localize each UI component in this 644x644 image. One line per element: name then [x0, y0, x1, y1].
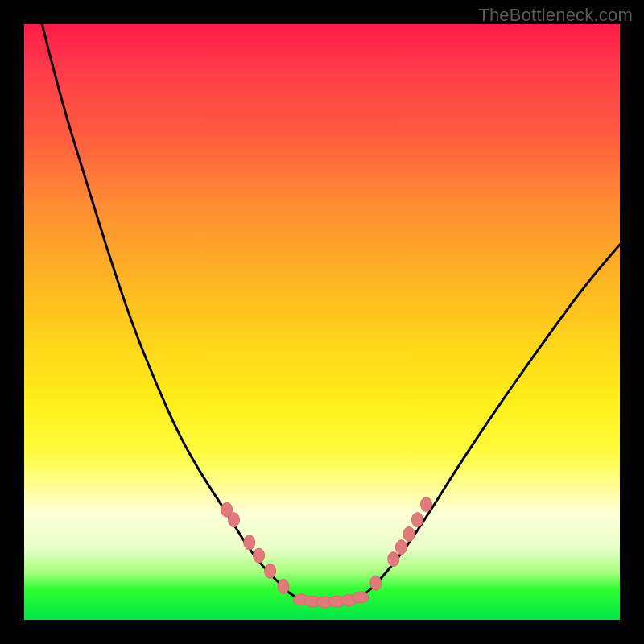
- data-dot: [403, 526, 415, 541]
- data-dot: [370, 576, 382, 590]
- curve-path: [42, 24, 620, 602]
- plot-area: [24, 24, 620, 620]
- data-dot: [228, 513, 239, 527]
- data-dot: [254, 548, 265, 563]
- watermark-text: TheBottleneck.com: [478, 5, 633, 26]
- data-dot: [395, 540, 407, 555]
- data-dot: [388, 552, 399, 567]
- data-dot: [278, 580, 289, 594]
- chart-frame: TheBottleneck.com: [0, 0, 644, 644]
- data-dot: [265, 564, 276, 578]
- curve-layer: [24, 24, 620, 620]
- data-dot: [244, 535, 255, 550]
- data-dot: [421, 497, 432, 511]
- data-dot: [411, 513, 423, 527]
- data-dot: [353, 592, 369, 603]
- bottleneck-curve: [42, 24, 620, 602]
